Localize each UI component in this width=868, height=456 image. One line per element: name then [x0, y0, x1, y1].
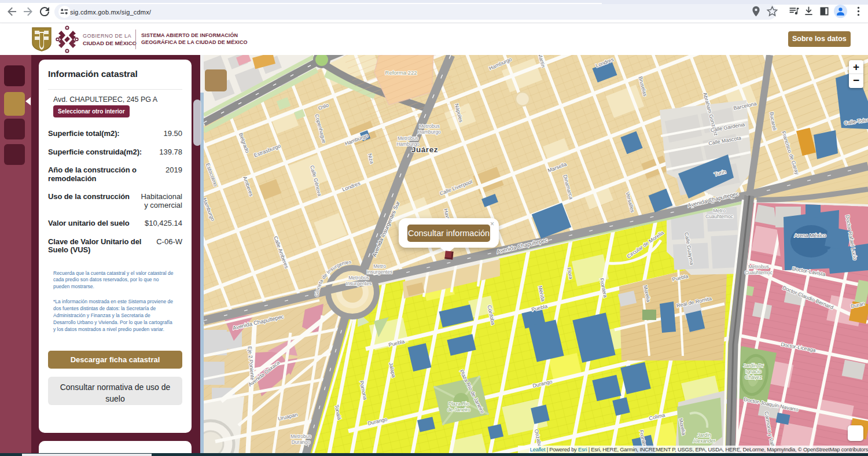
- svg-text:Insurgentes: Insurgentes: [346, 281, 372, 286]
- svg-text:Metro: Metro: [373, 263, 386, 269]
- svg-text:Metróbus: Metróbus: [398, 135, 418, 141]
- svg-text:Reforma 222: Reforma 222: [385, 69, 417, 76]
- svg-text:Cuauhtemoc: Cuauhtemoc: [705, 214, 734, 219]
- svg-text:Ignacio: Ignacio: [745, 369, 762, 374]
- svg-text:Metrobús: Metrobús: [348, 275, 369, 281]
- svg-text:de Janeiro: de Janeiro: [447, 407, 470, 413]
- svg-text:Durango: Durango: [292, 439, 311, 445]
- svg-text:Metro: Metro: [713, 208, 726, 214]
- svg-text:Cuauhtemoc: Cuauhtemoc: [745, 270, 773, 275]
- svg-text:Arena México: Arena México: [794, 233, 826, 238]
- svg-text:Hamburgo: Hamburgo: [396, 141, 420, 147]
- svg-text:Chávez: Chávez: [745, 374, 762, 380]
- svg-text:Jardín Dr: Jardín Dr: [744, 363, 764, 369]
- svg-text:Jardín: Jardín: [697, 432, 711, 438]
- svg-text:Insurgentes: Insurgentes: [367, 269, 392, 275]
- svg-text:Metrobus: Metrobus: [290, 433, 311, 439]
- svg-text:Metrobus: Metrobus: [419, 123, 439, 129]
- svg-text:Hamburgo: Hamburgo: [418, 129, 441, 135]
- svg-text:Plaza Rio: Plaza Rio: [448, 401, 470, 407]
- svg-text:Metrobus: Metrobus: [748, 264, 768, 270]
- svg-text:Alexander: Alexander: [693, 438, 715, 444]
